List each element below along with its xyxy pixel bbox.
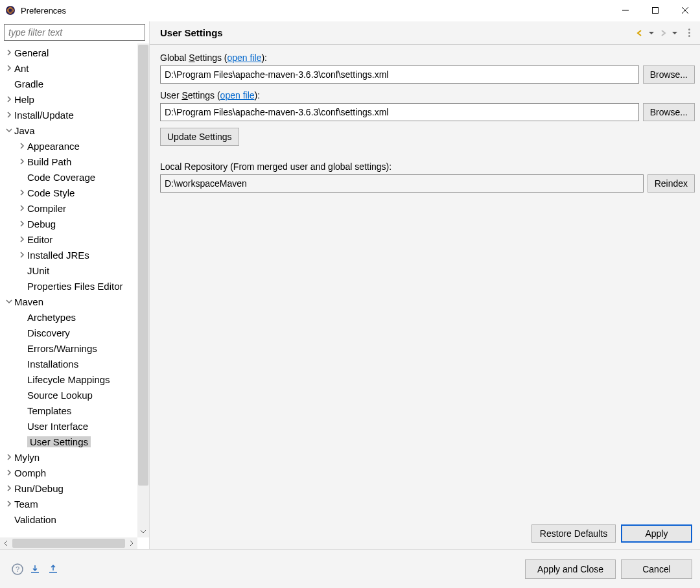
- tree-item-label: Discovery: [27, 327, 70, 338]
- tree-item-junit[interactable]: JUnit: [0, 263, 137, 278]
- cancel-button[interactable]: Cancel: [621, 559, 692, 579]
- tree-item-source-lookup[interactable]: Source Lookup: [0, 387, 137, 403]
- tree-item-label: Validation: [14, 514, 56, 525]
- page-title: User Settings: [160, 27, 223, 38]
- window-title: Preferences: [21, 6, 66, 16]
- twisty-expanded-icon[interactable]: [4, 298, 14, 305]
- preferences-sidebar: GeneralAntGradleHelpInstall/UpdateJavaAp…: [0, 21, 149, 549]
- tree-item-compiler[interactable]: Compiler: [0, 200, 137, 216]
- tree-item-ant[interactable]: Ant: [0, 60, 137, 76]
- tree-item-errors-warnings[interactable]: Errors/Warnings: [0, 340, 137, 356]
- tree-item-installations[interactable]: Installations: [0, 356, 137, 371]
- scrollbar-thumb[interactable]: [138, 45, 148, 486]
- tree-item-label: Editor: [27, 234, 52, 245]
- maximize-button[interactable]: [640, 0, 670, 21]
- tree-item-run-debug[interactable]: Run/Debug: [0, 480, 137, 496]
- tree-item-user-interface[interactable]: User Interface: [0, 418, 137, 434]
- tree-item-templates[interactable]: Templates: [0, 403, 137, 418]
- user-open-file-link[interactable]: open file: [220, 90, 255, 100]
- minimize-button[interactable]: [611, 0, 640, 21]
- twisty-collapsed-icon[interactable]: [4, 112, 14, 118]
- twisty-collapsed-icon[interactable]: [17, 252, 27, 258]
- global-open-file-link[interactable]: open file: [228, 53, 262, 63]
- global-settings-input[interactable]: [160, 65, 639, 84]
- tree-item-label: User Settings: [27, 436, 91, 447]
- preferences-tree[interactable]: GeneralAntGradleHelpInstall/UpdateJavaAp…: [0, 43, 137, 537]
- vertical-scrollbar[interactable]: [137, 43, 149, 537]
- tree-item-appearance[interactable]: Appearance: [0, 138, 137, 154]
- tree-item-label: Ant: [14, 63, 29, 74]
- hscroll-thumb[interactable]: [12, 539, 125, 548]
- tree-item-label: Maven: [14, 296, 43, 307]
- global-browse-button[interactable]: Browse...: [643, 65, 695, 84]
- twisty-collapsed-icon[interactable]: [17, 189, 27, 196]
- dialog-footer: ? Apply and Close Cancel: [0, 549, 700, 588]
- restore-defaults-button[interactable]: Restore Defaults: [531, 524, 616, 543]
- twisty-collapsed-icon[interactable]: [17, 205, 27, 211]
- tree-item-java[interactable]: Java: [0, 123, 137, 138]
- tree-item-discovery[interactable]: Discovery: [0, 325, 137, 340]
- twisty-collapsed-icon[interactable]: [4, 49, 14, 56]
- tree-item-maven[interactable]: Maven: [0, 294, 137, 309]
- twisty-collapsed-icon[interactable]: [17, 236, 27, 242]
- twisty-collapsed-icon[interactable]: [4, 96, 14, 102]
- eclipse-icon: [5, 5, 16, 16]
- view-menu-icon[interactable]: [686, 29, 692, 37]
- history-back-menu-icon[interactable]: [647, 29, 656, 38]
- close-button[interactable]: [670, 0, 700, 21]
- tree-item-gradle[interactable]: Gradle: [0, 76, 137, 91]
- tree-item-label: Java: [14, 125, 35, 136]
- tree-item-build-path[interactable]: Build Path: [0, 154, 137, 169]
- tree-item-properties-files-editor[interactable]: Properties Files Editor: [0, 278, 137, 294]
- tree-item-team[interactable]: Team: [0, 496, 137, 512]
- apply-and-close-button[interactable]: Apply and Close: [525, 559, 616, 579]
- tree-item-label: Installed JREs: [27, 250, 89, 261]
- tree-item-general[interactable]: General: [0, 45, 137, 60]
- tree-item-install-update[interactable]: Install/Update: [0, 107, 137, 123]
- tree-item-debug[interactable]: Debug: [0, 216, 137, 231]
- history-back-icon[interactable]: [635, 29, 644, 38]
- history-forward-menu-icon[interactable]: [670, 29, 679, 38]
- tree-item-code-style[interactable]: Code Style: [0, 185, 137, 200]
- user-browse-button[interactable]: Browse...: [643, 103, 695, 121]
- tree-item-installed-jres[interactable]: Installed JREs: [0, 247, 137, 263]
- twisty-collapsed-icon[interactable]: [17, 143, 27, 149]
- export-prefs-icon[interactable]: [48, 563, 60, 575]
- apply-button[interactable]: Apply: [621, 524, 692, 543]
- tree-item-oomph[interactable]: Oomph: [0, 465, 137, 480]
- tree-item-code-coverage[interactable]: Code Coverage: [0, 169, 137, 185]
- filter-input[interactable]: [4, 24, 145, 41]
- twisty-collapsed-icon[interactable]: [4, 454, 14, 460]
- import-prefs-icon[interactable]: [30, 563, 41, 575]
- help-icon[interactable]: ?: [12, 563, 23, 575]
- horizontal-scrollbar[interactable]: [0, 537, 137, 549]
- twisty-collapsed-icon[interactable]: [4, 469, 14, 476]
- tree-item-editor[interactable]: Editor: [0, 231, 137, 247]
- reindex-button[interactable]: Reindex: [648, 174, 695, 193]
- twisty-collapsed-icon[interactable]: [17, 220, 27, 227]
- twisty-expanded-icon[interactable]: [4, 127, 14, 134]
- tree-item-user-settings[interactable]: User Settings: [0, 434, 137, 449]
- tree-item-help[interactable]: Help: [0, 91, 137, 107]
- history-toolbar: [635, 29, 692, 38]
- tree-item-mylyn[interactable]: Mylyn: [0, 449, 137, 465]
- scroll-left-icon[interactable]: [0, 537, 12, 549]
- tree-item-label: Mylyn: [14, 452, 40, 463]
- tree-item-archetypes[interactable]: Archetypes: [0, 309, 137, 325]
- user-settings-input[interactable]: [160, 103, 639, 121]
- twisty-collapsed-icon[interactable]: [4, 500, 14, 507]
- tree-item-label: Build Path: [27, 156, 71, 167]
- tree-item-label: JUnit: [27, 265, 49, 276]
- tree-item-validation[interactable]: Validation: [0, 512, 137, 527]
- titlebar: Preferences: [0, 0, 700, 21]
- scroll-right-icon[interactable]: [126, 537, 137, 549]
- svg-rect-4: [653, 8, 659, 14]
- tree-item-label: General: [14, 47, 49, 58]
- twisty-collapsed-icon[interactable]: [4, 65, 14, 71]
- tree-item-lifecycle-mappings[interactable]: Lifecycle Mappings: [0, 371, 137, 387]
- twisty-collapsed-icon[interactable]: [17, 158, 27, 165]
- scroll-down-icon[interactable]: [137, 526, 149, 537]
- twisty-collapsed-icon[interactable]: [4, 485, 14, 491]
- history-forward-icon[interactable]: [659, 29, 668, 38]
- update-settings-button[interactable]: Update Settings: [160, 128, 239, 146]
